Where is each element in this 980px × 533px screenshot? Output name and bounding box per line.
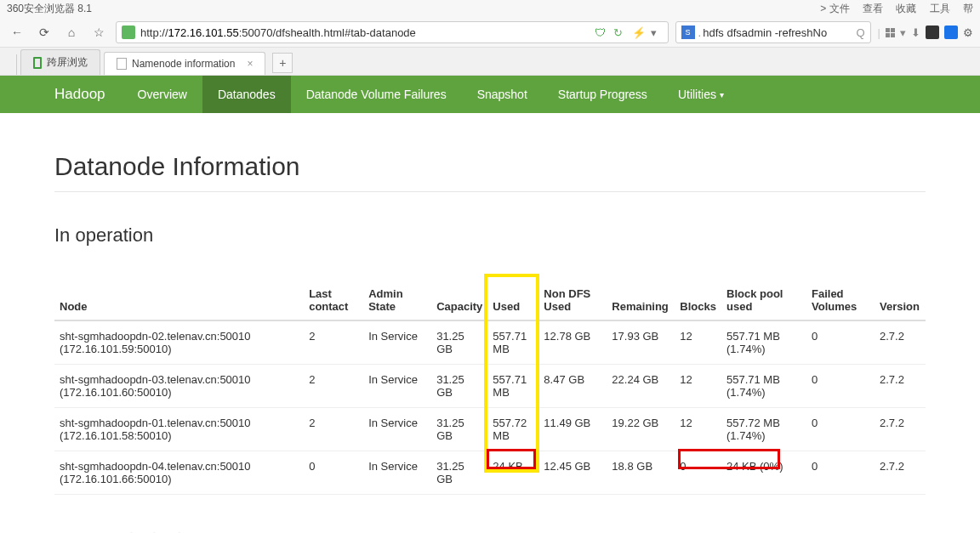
cell-failed: 0 xyxy=(806,451,875,495)
sep: | xyxy=(878,26,880,39)
brand[interactable]: Hadoop xyxy=(54,86,122,103)
gear-icon[interactable]: ⚙ xyxy=(963,26,973,39)
nav-utilities[interactable]: Utilities▾ xyxy=(663,76,739,113)
cell-remaining: 18.8 GB xyxy=(607,451,675,495)
section-in-operation: In operation xyxy=(54,224,926,247)
toolbar-icons: | ▾ ⬇ ⚙ xyxy=(878,26,973,39)
search-engine-icon[interactable]: S xyxy=(681,26,695,39)
cell-admin-state: In Service xyxy=(363,365,431,408)
menu-file[interactable]: > 文件 xyxy=(820,3,849,14)
hadoop-navbar: Hadoop Overview Datanodes Datanode Volum… xyxy=(0,76,980,113)
ext-icon-2[interactable] xyxy=(944,26,958,39)
url-text: http://172.16.101.55:50070/dfshealth.htm… xyxy=(140,26,590,39)
cell-block-pool: 24 KB (0%) xyxy=(721,451,806,495)
magnifier-icon[interactable]: Q xyxy=(856,26,864,39)
cell-version: 2.7.2 xyxy=(875,365,926,408)
nav-overview[interactable]: Overview xyxy=(122,76,202,113)
cell-block-pool: 557.71 MB (1.74%) xyxy=(721,320,806,365)
search-bar[interactable]: S . hdfs dfsadmin -refreshNo Q xyxy=(675,21,871,43)
new-tab-button[interactable]: + xyxy=(272,53,293,73)
nav-label: Datanodes xyxy=(218,88,276,101)
cell-node: sht-sgmhadoopdn-03.telenav.cn:50010(172.… xyxy=(54,365,304,408)
col-block-pool[interactable]: Block pool used xyxy=(721,281,806,320)
section-decommissioning: Decommissioning xyxy=(54,529,926,533)
table-header-row: Node Last contact Admin State Capacity U… xyxy=(54,281,926,320)
cell-block-pool: 557.72 MB (1.74%) xyxy=(721,408,806,451)
col-version[interactable]: Version xyxy=(875,281,926,320)
nav-label: Snapshot xyxy=(477,88,527,101)
tab-namenode-info[interactable]: Namenode information × xyxy=(104,52,265,75)
cell-non-dfs: 12.78 GB xyxy=(538,320,607,365)
table-row: sht-sgmhadoopdn-02.telenav.cn:50010(172.… xyxy=(54,320,926,365)
cell-last-contact: 2 xyxy=(304,320,363,365)
chevron-down-icon[interactable]: ▾ xyxy=(900,26,906,39)
search-separator: . xyxy=(698,26,702,39)
table-row: sht-sgmhadoopdn-01.telenav.cn:50010(172.… xyxy=(54,408,926,451)
address-bar[interactable]: http://172.16.101.55:50070/dfshealth.htm… xyxy=(116,21,669,43)
cell-remaining: 22.24 GB xyxy=(607,365,675,408)
col-node[interactable]: Node xyxy=(54,281,304,320)
tab-strip: 跨屏浏览 Namenode information × + xyxy=(0,48,980,75)
tab-leading xyxy=(7,54,17,75)
home-button[interactable]: ⌂ xyxy=(61,22,82,43)
back-button[interactable]: ← xyxy=(7,22,27,43)
cell-last-contact: 2 xyxy=(304,365,363,408)
cell-last-contact: 2 xyxy=(304,408,363,451)
cell-blocks: 12 xyxy=(675,320,721,365)
table-row: sht-sgmhadoopdn-04.telenav.cn:50010(172.… xyxy=(54,451,926,495)
search-value: hdfs dfsadmin -refreshNo xyxy=(703,26,852,39)
table-wrapper: Node Last contact Admin State Capacity U… xyxy=(54,281,926,495)
col-last-contact[interactable]: Last contact xyxy=(304,281,363,320)
col-remaining[interactable]: Remaining xyxy=(607,281,675,320)
col-blocks[interactable]: Blocks xyxy=(675,281,721,320)
cell-used: 557.71 MB xyxy=(487,365,538,408)
col-failed-volumes[interactable]: Failed Volumes xyxy=(806,281,875,320)
security-shield-icon[interactable]: 🛡 xyxy=(595,26,607,38)
url-protocol: http:// xyxy=(140,26,168,39)
cell-failed: 0 xyxy=(806,408,875,451)
download-icon[interactable]: ⬇ xyxy=(911,26,920,39)
reload-button[interactable]: ⟳ xyxy=(34,22,54,43)
shield-icon xyxy=(122,26,135,39)
datanode-table: Node Last contact Admin State Capacity U… xyxy=(54,281,926,495)
tab-crossscreen[interactable]: 跨屏浏览 xyxy=(20,49,100,75)
cell-failed: 0 xyxy=(806,365,875,408)
menu-tools[interactable]: 工具 xyxy=(930,3,950,14)
col-used[interactable]: Used xyxy=(487,281,538,320)
cell-capacity: 31.25 GB xyxy=(431,408,487,451)
cell-non-dfs: 11.49 GB xyxy=(538,408,607,451)
cell-admin-state: In Service xyxy=(363,408,431,451)
sync-icon[interactable]: ↻ xyxy=(613,26,625,38)
col-non-dfs[interactable]: Non DFS Used xyxy=(538,281,607,320)
nav-label: Datanode Volume Failures xyxy=(306,88,447,101)
nav-snapshot[interactable]: Snapshot xyxy=(462,76,543,113)
browser-title: 360安全浏览器 8.1 xyxy=(7,2,92,16)
nav-datanodes[interactable]: Datanodes xyxy=(202,76,291,113)
dropdown-icon[interactable]: ▾ xyxy=(651,26,663,38)
tab-label-0: 跨屏浏览 xyxy=(47,55,88,70)
menu-view[interactable]: 查看 xyxy=(863,3,883,14)
cell-node: sht-sgmhadoopdn-04.telenav.cn:50010(172.… xyxy=(54,451,304,495)
col-capacity[interactable]: Capacity xyxy=(431,281,487,320)
ext-icon-1[interactable] xyxy=(926,26,939,39)
url-path: :50070/dfshealth.html#tab-datanode xyxy=(239,26,416,39)
nav-volume-failures[interactable]: Datanode Volume Failures xyxy=(291,76,462,113)
cell-version: 2.7.2 xyxy=(875,320,926,365)
cell-version: 2.7.2 xyxy=(875,451,926,495)
close-icon[interactable]: × xyxy=(247,58,253,70)
cell-remaining: 19.22 GB xyxy=(607,408,675,451)
apps-icon[interactable] xyxy=(886,28,895,37)
menu-fav[interactable]: 收藏 xyxy=(896,3,916,14)
menu-help[interactable]: 帮 xyxy=(963,3,973,14)
cell-block-pool: 557.71 MB (1.74%) xyxy=(721,365,806,408)
document-icon xyxy=(117,58,127,70)
cell-version: 2.7.2 xyxy=(875,408,926,451)
cell-node: sht-sgmhadoopdn-02.telenav.cn:50010(172.… xyxy=(54,320,304,365)
bolt-icon[interactable]: ⚡ xyxy=(632,26,644,38)
browser-chrome: 360安全浏览器 8.1 > 文件 查看 收藏 工具 帮 ← ⟳ ⌂ ☆ htt… xyxy=(0,0,980,76)
nav-label: Overview xyxy=(138,88,187,101)
cell-blocks: 12 xyxy=(675,408,721,451)
nav-startup-progress[interactable]: Startup Progress xyxy=(543,76,663,113)
star-button[interactable]: ☆ xyxy=(88,22,109,43)
col-admin-state[interactable]: Admin State xyxy=(363,281,431,320)
